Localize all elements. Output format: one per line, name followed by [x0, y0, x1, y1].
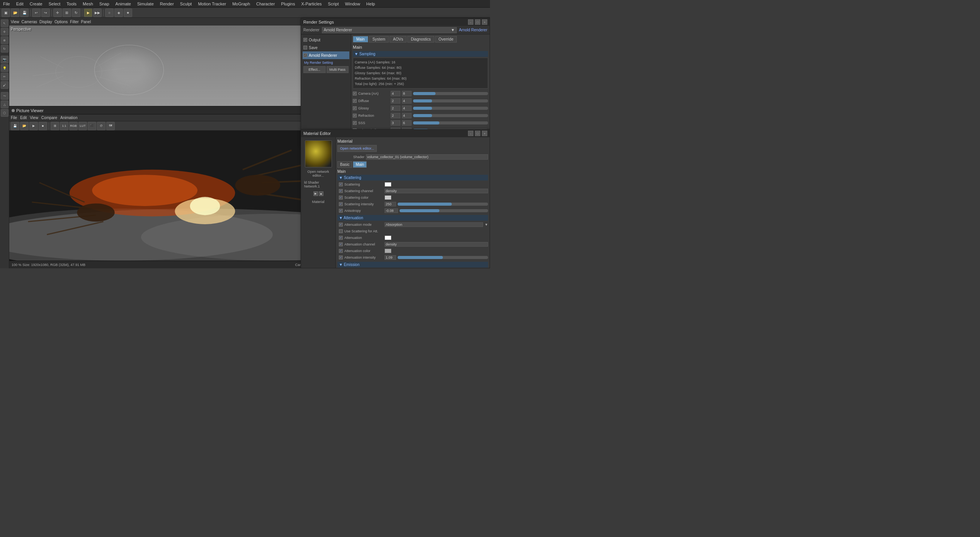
- pv-tb-stop[interactable]: ■: [39, 122, 47, 130]
- menu-item-mesh[interactable]: Mesh: [81, 2, 95, 6]
- rs-field-val2-2[interactable]: [402, 106, 412, 111]
- me-scattering-intensity-slider[interactable]: [398, 203, 488, 206]
- rs-nav-arnold[interactable]: ✓ Arnold Renderer: [303, 51, 349, 59]
- rs-field-val-4[interactable]: [391, 120, 400, 126]
- pv-tb-nav[interactable]: 🗺: [106, 122, 115, 130]
- menu-item-tools[interactable]: Tools: [65, 2, 78, 6]
- menu-item-animate[interactable]: Animate: [114, 2, 133, 6]
- rs-field-cb-2[interactable]: ✓: [353, 106, 357, 110]
- me-emission-header[interactable]: ▼ Emission: [337, 262, 488, 268]
- me-scattering-intensity-input[interactable]: [385, 202, 396, 206]
- tool-move[interactable]: ✛: [1, 28, 9, 36]
- me-stop-btn[interactable]: ■: [319, 191, 323, 196]
- menu-item-select[interactable]: Select: [47, 2, 62, 6]
- me-shader-value[interactable]: volume_collector_01 (volume_collector): [366, 154, 488, 160]
- tb-tag[interactable]: ◈: [114, 9, 123, 17]
- rs-tab-override[interactable]: Override: [435, 36, 457, 43]
- rs-maximize[interactable]: □: [475, 19, 480, 25]
- rs-field-val2-0[interactable]: [402, 91, 412, 96]
- me-scattering-header[interactable]: ▼ Scattering: [337, 175, 488, 181]
- pv-tb-save[interactable]: 💾: [11, 122, 19, 130]
- me-anisotropy-cb[interactable]: ✓: [339, 209, 343, 213]
- pv-tb-history[interactable]: ⏱: [97, 122, 105, 130]
- tb-scale[interactable]: ⊞: [63, 9, 71, 17]
- me-play-btn[interactable]: ▶: [313, 191, 318, 196]
- view-menu[interactable]: View: [11, 20, 19, 24]
- menu-item-create[interactable]: Create: [28, 2, 44, 6]
- rs-field-cb-4[interactable]: ✓: [353, 121, 357, 125]
- rs-field-slider-4[interactable]: [413, 121, 488, 124]
- me-close[interactable]: ×: [482, 131, 487, 136]
- pv-menu-animation[interactable]: Animation: [60, 116, 77, 120]
- tb-move[interactable]: ✛: [53, 9, 62, 17]
- tb-render[interactable]: ▶: [84, 9, 92, 17]
- me-tab-basic[interactable]: Basic: [337, 161, 352, 168]
- me-use-scattering-cb[interactable]: [339, 229, 343, 233]
- pv-tb-zoom-1[interactable]: 1:1: [60, 122, 68, 130]
- menu-item-file[interactable]: File: [2, 2, 12, 6]
- me-scattering-channel-cb[interactable]: ✓: [339, 189, 343, 193]
- me-maximize[interactable]: □: [475, 131, 480, 136]
- rs-tab-main[interactable]: Main: [353, 36, 368, 43]
- tool-cam[interactable]: 📷: [1, 56, 9, 63]
- menu-item-window[interactable]: Window: [344, 2, 362, 6]
- rs-field-slider-3[interactable]: [413, 114, 488, 117]
- rs-nav-checkbox[interactable]: ✓ Output: [303, 36, 349, 44]
- me-scattering-color[interactable]: [385, 182, 391, 187]
- me-anisotropy-slider[interactable]: [400, 209, 488, 212]
- rs-field-slider-2[interactable]: [413, 107, 488, 110]
- display-menu[interactable]: Display: [39, 20, 52, 24]
- pv-menu-file[interactable]: File: [11, 116, 17, 120]
- me-att-mode-cb[interactable]: ✓: [339, 223, 343, 227]
- rs-tab-aovs[interactable]: AOVs: [390, 36, 407, 43]
- tb-obj[interactable]: ○: [105, 9, 114, 17]
- tool-sculpt[interactable]: ⬡: [1, 109, 9, 117]
- cameras-menu[interactable]: Cameras: [22, 20, 37, 24]
- rs-tab-system[interactable]: System: [369, 36, 389, 43]
- tb-open[interactable]: 📂: [11, 9, 19, 17]
- pv-tb-lut[interactable]: LUT: [78, 122, 87, 130]
- rs-my-render-link[interactable]: My Render Setting: [304, 61, 333, 65]
- me-minimize[interactable]: -: [468, 131, 473, 136]
- tool-scale[interactable]: ⊕: [1, 36, 9, 44]
- menu-item-script[interactable]: Script: [327, 2, 340, 6]
- rs-field-val-0[interactable]: [391, 91, 400, 96]
- panel-menu[interactable]: Panel: [81, 20, 91, 24]
- rs-arnold-check[interactable]: ✓: [303, 53, 307, 57]
- me-scattering-intensity-cb[interactable]: ✓: [339, 202, 343, 206]
- tb-redo[interactable]: ↪: [41, 9, 50, 17]
- rs-arnold-renderer-link[interactable]: Arnold Renderer: [459, 28, 487, 32]
- rs-field-val-2[interactable]: [391, 106, 400, 111]
- rs-field-slider-0[interactable]: [413, 92, 488, 95]
- menu-item-help[interactable]: Help: [365, 2, 377, 6]
- menu-item-x-particles[interactable]: X-Particles: [299, 2, 323, 6]
- menu-item-mograph[interactable]: MoGraph: [231, 2, 252, 6]
- rs-minimize[interactable]: -: [468, 19, 473, 25]
- tool-rotate[interactable]: ↻: [1, 45, 9, 53]
- rs-save-check[interactable]: [303, 46, 307, 49]
- rs-field-val2-3[interactable]: [402, 113, 412, 118]
- rs-output-check[interactable]: ✓: [303, 38, 307, 42]
- pv-tb-channels[interactable]: RGB: [69, 122, 78, 130]
- pv-menu-edit[interactable]: Edit: [20, 116, 27, 120]
- me-att-color[interactable]: [385, 235, 391, 240]
- me-scattering-channel-select[interactable]: density: [385, 189, 488, 193]
- me-att-intensity-input[interactable]: [385, 255, 396, 260]
- me-att-color-cb[interactable]: ✓: [339, 249, 343, 253]
- me-anisotropy-input[interactable]: [385, 208, 398, 213]
- rs-field-cb-1[interactable]: ✓: [353, 99, 357, 103]
- tool-spline[interactable]: 〜: [1, 92, 9, 100]
- filter-menu[interactable]: Filter: [70, 20, 78, 24]
- rs-field-cb-0[interactable]: ✓: [353, 92, 357, 95]
- me-att-intensity-cb[interactable]: ✓: [339, 256, 343, 259]
- tb-bookmark[interactable]: ★: [124, 9, 132, 17]
- pv-tb-zoom-fit[interactable]: ⊞: [51, 122, 59, 130]
- rs-field-slider-1[interactable]: [413, 99, 488, 102]
- me-attenuation-header[interactable]: ▼ Attenuation: [337, 215, 488, 221]
- me-open-network-btn[interactable]: Open network editor...: [337, 145, 377, 152]
- rs-field-val2-1[interactable]: [402, 98, 412, 104]
- me-att-channel-select[interactable]: density: [385, 242, 488, 247]
- menu-item-character[interactable]: Character: [255, 2, 276, 6]
- tool-select[interactable]: ↖: [1, 19, 9, 27]
- menu-item-simulate[interactable]: Simulate: [136, 2, 155, 6]
